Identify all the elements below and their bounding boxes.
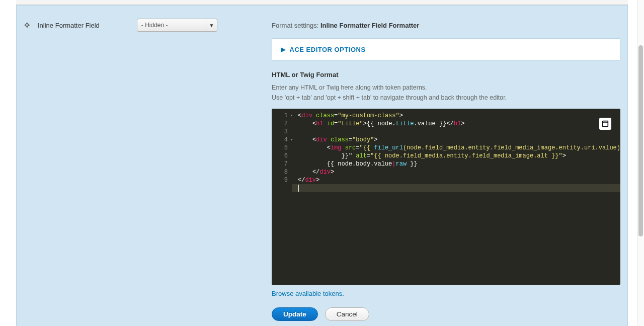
field-row-right: Format settings: Inline Formatter Field … [262,15,620,321]
hint-line-2: Use 'opt + tab' and 'opt + shift + tab' … [272,93,620,103]
top-strip [16,0,628,5]
ace-editor-options-accordion[interactable]: ▶ ACE EDITOR OPTIONS [272,38,620,61]
field-label: Inline Formatter Field [38,22,100,29]
browse-tokens-link[interactable]: Browse available tokens. [272,290,344,297]
update-button[interactable]: Update [272,307,318,321]
cancel-button[interactable]: Cancel [325,307,369,321]
select-value: - Hidden - [141,22,168,29]
editor-gutter: 123456789 [272,109,292,285]
scrollbar-thumb[interactable] [638,45,643,236]
field-row-left: ✥ Inline Formatter Field - Hidden - ▼ [24,15,262,32]
accordion-title-text: ACE EDITOR OPTIONS [290,46,366,53]
label-visibility-select[interactable]: - Hidden - ▼ [137,19,217,32]
ace-code-editor[interactable]: 123456789 <div class="my-custom-class"> … [272,109,620,285]
html-format-label: HTML or Twig Format [272,71,620,78]
hint-line-1: Enter any HTML or Twig here along with t… [272,83,620,93]
svg-rect-0 [603,121,608,127]
editor-code-area[interactable]: <div class="my-custom-class"> <h1 id="ti… [292,109,620,285]
move-icon[interactable]: ✥ [24,22,31,29]
accordion-arrow-icon: ▶ [281,46,286,53]
vertical-scrollbar[interactable] [637,0,644,326]
format-settings-label: Format settings: Inline Formatter Field … [272,22,620,29]
fullscreen-icon[interactable] [599,118,611,130]
field-settings-panel: ✥ Inline Formatter Field - Hidden - ▼ Fo… [16,5,628,326]
chevron-down-icon: ▼ [206,19,217,31]
